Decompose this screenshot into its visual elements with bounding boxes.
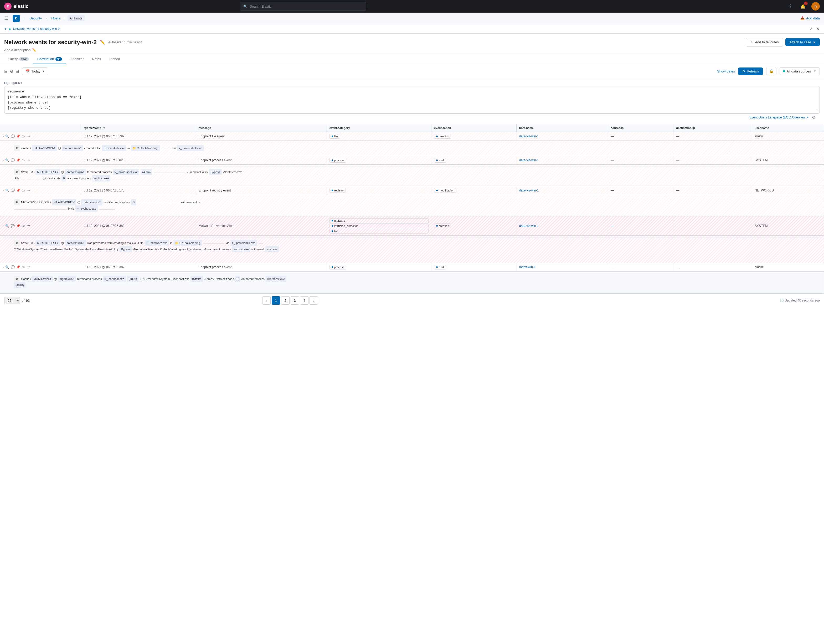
row3-expand[interactable]: › [3, 189, 4, 192]
autosaved-label: Autosaved 1 minute ago [108, 40, 142, 44]
breadcrumb-security[interactable]: Security [27, 15, 44, 21]
timeline-expand-icon[interactable]: ⤢ [809, 26, 813, 31]
row2-host: data-viz-win-1 [516, 156, 608, 165]
col-message-header[interactable]: message [196, 124, 327, 132]
row2-comment[interactable]: 💬 [11, 158, 15, 162]
add-data-button[interactable]: 📥 Add data [800, 16, 820, 20]
eql-overview-link[interactable]: Event Query Language (EQL) Overview ↗ [750, 115, 809, 119]
row5-more[interactable]: ••• [26, 265, 30, 269]
row3-investigate[interactable]: 🔍 [5, 189, 9, 192]
tab-pinned[interactable]: Pinned [105, 54, 124, 64]
timeline-close-icon[interactable]: ✕ [816, 26, 820, 32]
attach-dropdown-arrow[interactable]: ▼ [813, 41, 816, 44]
elastic-logo[interactable]: elastic [4, 3, 28, 10]
show-dates-button[interactable]: Show dates [717, 69, 735, 73]
row4-investigate[interactable]: 🔍 [5, 224, 9, 228]
row3-more[interactable]: ••• [26, 189, 30, 192]
tab-notes[interactable]: Notes [88, 54, 105, 64]
refresh-button[interactable]: ↻ Refresh [738, 67, 763, 75]
title-edit-icon[interactable]: ✏️ [100, 40, 105, 44]
row2-bookmark[interactable]: 🗂 [22, 158, 25, 162]
row4-expand[interactable]: › [3, 224, 4, 228]
page-3-button[interactable]: 3 [291, 296, 299, 305]
date-picker[interactable]: 📅 Today ▼ [22, 67, 48, 75]
row3-detail: 🖥 NETWORK SERVICE \ NT AUTHORITY @ data-… [0, 195, 824, 216]
breadcrumb-hosts[interactable]: Hosts [49, 15, 62, 21]
breadcrumb-allhosts[interactable]: All hosts [68, 15, 85, 21]
tab-query[interactable]: Query 8649 [4, 54, 33, 64]
prev-page-button[interactable]: ‹ [262, 296, 271, 305]
breadcrumb-arrow-2: › [65, 17, 65, 20]
row4-pin[interactable]: 📌 [16, 224, 20, 228]
row4-sourceip: — [608, 216, 673, 236]
r3-key: S [131, 199, 136, 205]
col-host-header[interactable]: host.name [516, 124, 608, 132]
tab-correlation[interactable]: Correlation 93 [33, 54, 66, 64]
row5-expand[interactable]: › [3, 265, 4, 269]
eql-resize-handle[interactable]: ⤡ [816, 108, 818, 112]
row5-pin[interactable]: 📌 [16, 265, 20, 269]
col-action-header[interactable]: event.action [432, 124, 517, 132]
help-icon[interactable]: ? [786, 2, 795, 11]
r5-path: \??\C:\Windows\system32\conhost.exe [140, 278, 190, 281]
add-to-favorites-button[interactable]: ☆ Add to favorites [746, 38, 783, 46]
row4-bookmark[interactable]: 🗂 [22, 224, 25, 228]
tab-pinned-label: Pinned [109, 57, 120, 61]
row1-more[interactable]: ••• [26, 135, 30, 138]
row1-actions: › 🔍 💬 📌 🗂 ••• [0, 132, 81, 141]
add-data-icon: 📥 [800, 16, 804, 20]
row3-host: data-viz-win-1 [516, 186, 608, 195]
row1-bookmark[interactable]: 🗂 [22, 135, 25, 138]
description-edit-icon[interactable]: ✏️ [32, 48, 36, 52]
columns-icon[interactable]: ⊟ [15, 69, 19, 74]
datasource-selector[interactable]: All data sources ▼ [779, 67, 820, 75]
row3-comment[interactable]: 💬 [11, 189, 15, 192]
tab-analyzer[interactable]: Analyzer [66, 54, 88, 64]
col-user-header[interactable]: user.name [752, 124, 824, 132]
svg-point-0 [6, 5, 10, 8]
col-category-header[interactable]: event.category [327, 124, 431, 132]
row2-investigate[interactable]: 🔍 [5, 158, 9, 162]
row5-comment[interactable]: 💬 [11, 265, 15, 269]
row1-comment[interactable]: 💬 [11, 135, 15, 138]
row2-expand[interactable]: › [3, 158, 4, 162]
page-4-button[interactable]: 4 [300, 296, 309, 305]
row1-expand[interactable]: › [3, 135, 4, 138]
r5-host: mgmt-win-1 [58, 276, 76, 282]
eql-settings-icon[interactable]: ⚙ [812, 115, 816, 120]
view-toggle-icon[interactable]: ⊞ [4, 69, 8, 74]
per-page-dropdown[interactable]: 25 50 100 [4, 297, 20, 304]
description-text[interactable]: Add a description [4, 48, 31, 52]
r3-proc: >_ svchost.exe [75, 205, 98, 212]
next-page-button[interactable]: › [309, 296, 318, 305]
col-sourceip-header[interactable]: source.ip [608, 124, 673, 132]
col-timestamp-header[interactable]: @timestamp ▼ [81, 124, 196, 132]
add-timeline-icon[interactable]: + [4, 26, 6, 31]
row4-more[interactable]: ••• [26, 224, 30, 228]
page-2-button[interactable]: 2 [281, 296, 289, 305]
row1-pin[interactable]: 📌 [16, 135, 20, 138]
row5-investigate[interactable]: 🔍 [5, 265, 9, 269]
row3-pin[interactable]: 📌 [16, 189, 20, 192]
global-search[interactable]: 🔍 Search Elastic [240, 2, 366, 11]
row3-bookmark[interactable]: 🗂 [22, 189, 25, 192]
row1-investigate[interactable]: 🔍 [5, 135, 9, 138]
r3-redacted-1 [138, 203, 180, 203]
user-avatar[interactable]: n [812, 2, 820, 11]
row4-comment[interactable]: 💬 [11, 224, 15, 228]
row2-more[interactable]: ••• [26, 158, 30, 162]
page-1-button[interactable]: 1 [272, 296, 280, 305]
timeline-header: Network events for security-win-2 ✏️ Aut… [0, 34, 824, 54]
row5-bookmark[interactable]: 🗂 [22, 265, 25, 269]
row2-pin[interactable]: 📌 [16, 158, 20, 162]
lock-button[interactable]: 🔒 [766, 67, 776, 75]
col-destip-header[interactable]: destination.ip [673, 124, 752, 132]
eql-editor[interactable]: sequence [file where file.extension == "… [4, 86, 820, 114]
attach-to-case-button[interactable]: Attach to case ▼ [786, 38, 820, 46]
row2-action: end [432, 156, 517, 165]
menu-toggle[interactable]: ☰ [4, 15, 8, 21]
timeline-title: Network events for security-win-2 [4, 39, 97, 46]
timeline-tab-name[interactable]: Network events for security-win-2 [13, 27, 60, 31]
bell-icon[interactable]: 🔔 1 [799, 2, 807, 11]
settings-icon[interactable]: ⚙ [10, 69, 14, 74]
